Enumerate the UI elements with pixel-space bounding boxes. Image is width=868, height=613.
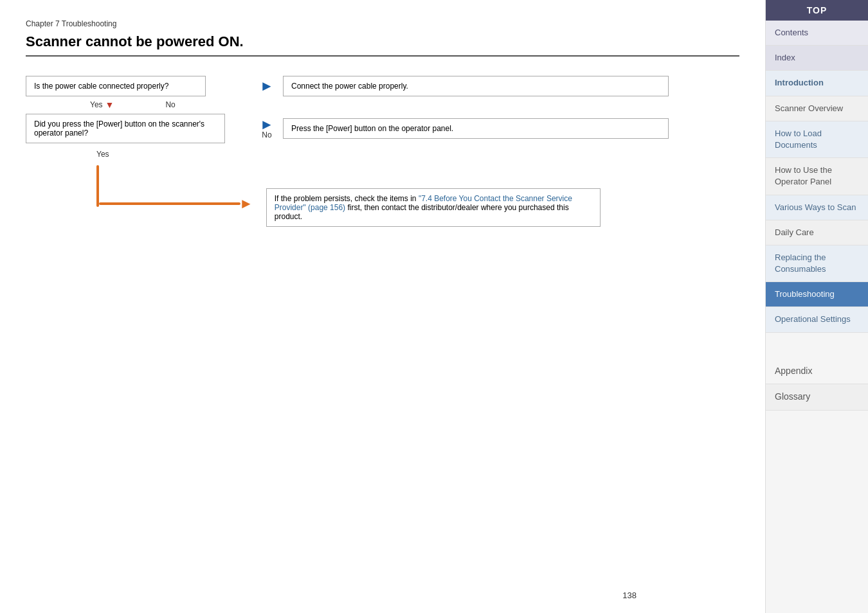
no-label-container-1: No: [165, 100, 175, 109]
sidebar-item-index[interactable]: Index: [766, 46, 868, 71]
flowchart-row-3: Yes ► If the problem persists, check the…: [26, 153, 739, 227]
sidebar-divider-2: [766, 346, 868, 359]
flowchart: Is the power cable connected properly? ►…: [26, 76, 739, 227]
sidebar-item-how-to-load[interactable]: How to Load Documents: [766, 121, 868, 158]
result-box-3-container: If the problem persists, check the items…: [266, 188, 601, 227]
decision-box-2-container: Did you press the [Power] button on the …: [26, 114, 251, 143]
no-label-2: No: [262, 130, 271, 139]
sidebar-item-introduction[interactable]: Introduction: [766, 71, 868, 96]
sidebar-item-operational[interactable]: Operational Settings: [766, 307, 868, 332]
decision-box-1: Is the power cable connected properly?: [26, 76, 206, 96]
result-box-2: Press the [Power] button on the operator…: [283, 118, 669, 139]
down-arrow-icon-1: ▼: [105, 100, 114, 110]
sidebar-item-how-to-use[interactable]: How to Use the Operator Panel: [766, 158, 868, 195]
sidebar-item-scanner-overview[interactable]: Scanner Overview: [766, 96, 868, 121]
sidebar-item-troubleshooting[interactable]: Troubleshooting: [766, 282, 868, 307]
decision-box-1-container: Is the power cable connected properly?: [26, 76, 251, 96]
result-box-2-container: Press the [Power] button on the operator…: [283, 118, 739, 139]
right-arrow-icon-2: ►: [260, 118, 274, 132]
flowchart-row-1: Is the power cable connected properly? ►…: [26, 76, 739, 96]
result-box-1: Connect the power cable properly.: [283, 76, 669, 96]
yes-label-2: Yes: [96, 150, 109, 159]
labels-row-1: Yes ▼ No: [26, 100, 251, 110]
main-content: Chapter 7 Troubleshooting Scanner cannot…: [0, 0, 765, 613]
decision-box-2: Did you press the [Power] button on the …: [26, 114, 225, 143]
orange-horizontal-container: ►: [99, 197, 253, 211]
yes-path-container: Yes ►: [96, 150, 253, 211]
arrow-2-with-label: ► No: [260, 118, 274, 139]
arrow-1: ►: [251, 79, 283, 93]
result3-part1: If the problem persists, check the items…: [275, 194, 419, 203]
sidebar-item-contents[interactable]: Contents: [766, 21, 868, 46]
sidebar-item-glossary[interactable]: Glossary: [766, 384, 868, 411]
flowchart-row-2: Did you press the [Power] button on the …: [26, 114, 739, 143]
sidebar-item-various-ways[interactable]: Various Ways to Scan: [766, 195, 868, 220]
yes-label-container: Yes ▼: [90, 100, 114, 110]
sidebar-divider: [766, 333, 868, 346]
orange-arrow-icon: ►: [239, 197, 253, 211]
arrow-2: ► No: [251, 118, 283, 139]
result-box-1-container: Connect the power cable properly.: [283, 76, 739, 96]
right-arrow-icon: ►: [260, 79, 274, 93]
page-number: 138: [622, 591, 637, 600]
sidebar-item-appendix[interactable]: Appendix: [766, 359, 868, 385]
chapter-label: Chapter 7 Troubleshooting: [26, 19, 739, 28]
sidebar: TOP Contents Index Introduction Scanner …: [765, 0, 868, 613]
no-label-1: No: [165, 100, 175, 109]
sidebar-item-daily-care[interactable]: Daily Care: [766, 220, 868, 245]
orange-path-container: ►: [96, 161, 253, 211]
page-title: Scanner cannot be powered ON.: [26, 33, 739, 57]
orange-horizontal-bar: [99, 202, 240, 205]
sidebar-top[interactable]: TOP: [766, 0, 868, 21]
sidebar-item-replacing[interactable]: Replacing the Consumables: [766, 245, 868, 282]
yes-label-1: Yes: [90, 100, 103, 109]
result-box-3: If the problem persists, check the items…: [266, 188, 601, 227]
